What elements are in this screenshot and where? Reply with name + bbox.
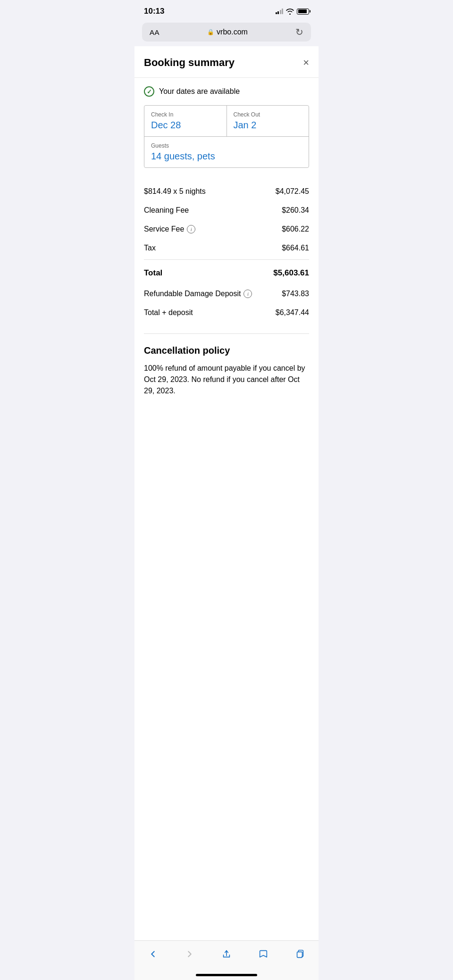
signal-icon <box>276 8 284 14</box>
tabs-button[interactable] <box>288 946 312 963</box>
home-bar <box>196 974 257 976</box>
cleaning-fee-label: Cleaning Fee <box>144 206 189 215</box>
section-divider <box>144 333 309 334</box>
share-button[interactable] <box>215 946 238 963</box>
guests-label: Guests <box>151 142 302 149</box>
service-fee-row: Service Fee i $606.22 <box>144 220 309 239</box>
availability-check-icon: ✓ <box>144 86 154 97</box>
check-out-cell[interactable]: Check Out Jan 2 <box>227 106 309 136</box>
check-in-cell[interactable]: Check In Dec 28 <box>144 106 227 136</box>
total-deposit-label: Total + deposit <box>144 308 193 317</box>
availability-section: ✓ Your dates are available <box>134 78 319 105</box>
date-guest-selector: Check In Dec 28 Check Out Jan 2 Guests 1… <box>144 105 309 168</box>
cancellation-text: 100% refund of amount payable if you can… <box>144 363 309 397</box>
guests-cell[interactable]: Guests 14 guests, pets <box>144 137 309 167</box>
total-amount: $5,603.61 <box>273 268 309 278</box>
tabs-icon <box>295 949 305 959</box>
url-text: vrbo.com <box>217 28 248 36</box>
availability-text: Your dates are available <box>159 87 240 96</box>
total-deposit-amount: $6,347.44 <box>276 308 309 317</box>
deposit-label: Refundable Damage Deposit i <box>144 290 252 298</box>
address-bar: AA 🔒 vrbo.com ↻ <box>134 19 319 46</box>
share-icon <box>221 949 232 959</box>
close-button[interactable]: × <box>303 57 309 69</box>
deposit-info-icon[interactable]: i <box>243 290 252 298</box>
bookmarks-icon <box>258 949 268 959</box>
check-out-value: Jan 2 <box>234 120 302 131</box>
wifi-icon <box>286 8 294 15</box>
check-out-label: Check Out <box>234 111 302 118</box>
service-fee-label: Service Fee i <box>144 225 195 233</box>
guests-value: 14 guests, pets <box>151 151 302 162</box>
home-indicator <box>134 974 319 980</box>
url-container: 🔒 vrbo.com <box>159 28 295 36</box>
cleaning-fee-row: Cleaning Fee $260.34 <box>144 201 309 220</box>
lock-icon: 🔒 <box>207 29 214 35</box>
nightly-rate-label: $814.49 x 5 nights <box>144 187 206 196</box>
total-label: Total <box>144 268 162 278</box>
total-deposit-row: Total + deposit $6,347.44 <box>144 303 309 322</box>
text-size-control[interactable]: AA <box>150 28 159 36</box>
main-content: Booking summary × ✓ Your dates are avail… <box>134 46 319 940</box>
forward-button[interactable] <box>178 946 201 963</box>
check-in-value: Dec 28 <box>151 120 220 131</box>
total-divider <box>144 259 309 260</box>
bookmarks-button[interactable] <box>252 946 275 963</box>
cancellation-section: Cancellation policy 100% refund of amoun… <box>134 336 319 411</box>
status-bar: 10:13 <box>134 0 319 19</box>
cleaning-fee-amount: $260.34 <box>282 206 309 215</box>
service-fee-info-icon[interactable]: i <box>187 225 195 233</box>
total-row: Total $5,603.61 <box>144 262 309 284</box>
nightly-rate-amount: $4,072.45 <box>276 187 309 196</box>
cancellation-title: Cancellation policy <box>144 345 309 356</box>
status-time: 10:13 <box>144 7 164 16</box>
bottom-toolbar <box>134 940 319 974</box>
tax-row: Tax $664.61 <box>144 239 309 257</box>
status-icons <box>276 8 310 15</box>
deposit-amount: $743.83 <box>282 290 309 298</box>
refresh-button[interactable]: ↻ <box>295 26 303 38</box>
price-section: $814.49 x 5 nights $4,072.45 Cleaning Fe… <box>134 177 319 332</box>
date-row: Check In Dec 28 Check Out Jan 2 <box>144 106 309 137</box>
address-bar-inner[interactable]: AA 🔒 vrbo.com ↻ <box>142 23 311 42</box>
deposit-row: Refundable Damage Deposit i $743.83 <box>144 284 309 303</box>
booking-header: Booking summary × <box>134 46 319 78</box>
forward-icon <box>185 949 195 959</box>
back-icon <box>148 949 158 959</box>
booking-title: Booking summary <box>144 57 235 69</box>
service-fee-amount: $606.22 <box>282 225 309 233</box>
tax-label: Tax <box>144 244 156 252</box>
check-in-label: Check In <box>151 111 220 118</box>
nightly-rate-row: $814.49 x 5 nights $4,072.45 <box>144 182 309 201</box>
tax-amount: $664.61 <box>282 244 309 252</box>
battery-icon <box>297 8 309 15</box>
back-button[interactable] <box>141 946 165 963</box>
